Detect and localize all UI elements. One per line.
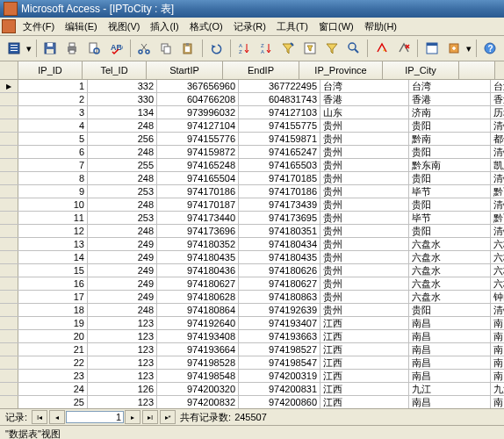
table-row[interactable]: 25123974200832974200860江西南昌南昌: [0, 396, 504, 408]
row-selector[interactable]: [0, 396, 18, 408]
cell[interactable]: 974180863: [239, 291, 320, 303]
table-row[interactable]: 17249974180628974180863贵州六盘水钟山: [0, 291, 504, 304]
menu-file[interactable]: 文件(F): [18, 18, 60, 35]
menu-edit[interactable]: 编辑(E): [60, 18, 103, 35]
cell[interactable]: 974200831: [239, 383, 320, 395]
cell[interactable]: 973996032: [157, 106, 239, 119]
cell[interactable]: 974165503: [239, 159, 320, 171]
toggle-filter-button[interactable]: [321, 38, 342, 59]
cell[interactable]: 974155775: [239, 119, 320, 132]
row-selector[interactable]: [0, 317, 18, 329]
menu-records[interactable]: 记录(R): [228, 18, 271, 35]
cell[interactable]: 贵州: [320, 225, 409, 237]
table-row[interactable]: 8248974165504974170185贵州贵阳清镇: [0, 172, 504, 185]
cell[interactable]: 台湾: [320, 80, 409, 92]
cell[interactable]: 贵阳: [409, 172, 491, 184]
cell[interactable]: 974165247: [239, 146, 320, 158]
row-selector[interactable]: [0, 251, 18, 263]
cell[interactable]: 六盘水: [409, 264, 491, 277]
cell[interactable]: 974155776: [157, 133, 239, 145]
row-selector[interactable]: [0, 383, 18, 395]
cell[interactable]: 南昌: [491, 370, 504, 382]
table-row[interactable]: 13249974180352974180434贵州六盘水六枝特: [0, 238, 504, 251]
table-row[interactable]: 5256974155776974159871贵州黔南都匀: [0, 133, 504, 146]
cell[interactable]: 123: [88, 343, 157, 356]
menu-window[interactable]: 窗口(W): [313, 18, 359, 35]
cell[interactable]: 974180627: [157, 277, 239, 290]
table-row[interactable]: 9253974170186974170186贵州毕节黔西: [0, 185, 504, 198]
cell[interactable]: 江西: [320, 383, 409, 395]
db-window-button[interactable]: [421, 38, 442, 59]
col-header-province[interactable]: IP_Province: [299, 61, 383, 79]
cell[interactable]: 974170187: [157, 198, 239, 211]
cell[interactable]: 974200860: [239, 396, 320, 408]
cell[interactable]: 974180628: [157, 291, 239, 303]
cell[interactable]: 台湾: [409, 80, 491, 92]
row-selector[interactable]: [0, 212, 18, 224]
cell[interactable]: 23: [18, 370, 88, 382]
cell[interactable]: 南昌: [491, 356, 504, 369]
menu-view[interactable]: 视图(V): [103, 18, 146, 35]
row-selector[interactable]: [0, 80, 18, 92]
cell[interactable]: 1: [18, 80, 88, 92]
menu-tools[interactable]: 工具(T): [271, 18, 313, 35]
cell[interactable]: 贵州: [320, 291, 409, 303]
spellcheck-button[interactable]: ABC: [106, 38, 126, 59]
cell[interactable]: 248: [88, 119, 157, 132]
cell[interactable]: 974200832: [157, 396, 239, 408]
cell[interactable]: 江西: [320, 396, 409, 408]
col-header-endip[interactable]: EndIP: [223, 61, 299, 79]
cell[interactable]: 604766208: [157, 93, 239, 105]
nav-prev-button[interactable]: ◂: [49, 410, 65, 424]
cell[interactable]: 123: [88, 317, 157, 329]
cell[interactable]: 贵州: [320, 185, 409, 198]
cell[interactable]: 六枝特: [491, 277, 504, 290]
cell[interactable]: 974170185: [239, 172, 320, 184]
row-selector[interactable]: [0, 119, 18, 132]
cell[interactable]: 248: [88, 146, 157, 158]
row-selector[interactable]: [0, 291, 18, 303]
cell[interactable]: 江西: [320, 356, 409, 369]
cell[interactable]: 南昌: [491, 343, 504, 356]
cell[interactable]: 253: [88, 185, 157, 198]
cell[interactable]: 974173439: [239, 198, 320, 211]
cell[interactable]: 7: [18, 159, 88, 171]
cell[interactable]: 974180435: [239, 251, 320, 263]
cell[interactable]: 江西: [320, 317, 409, 329]
filter-form-button[interactable]: [299, 38, 320, 59]
col-header-ipid[interactable]: IP_ID: [18, 61, 83, 79]
cell[interactable]: 12: [18, 225, 88, 237]
cell[interactable]: 974198548: [157, 370, 239, 382]
nav-first-button[interactable]: I◂: [32, 410, 47, 424]
cell[interactable]: 香港: [320, 93, 409, 105]
cell[interactable]: 974173695: [239, 212, 320, 224]
col-header-startip[interactable]: StartIP: [147, 61, 223, 79]
save-button[interactable]: [40, 38, 61, 59]
cell[interactable]: 南昌: [409, 330, 491, 342]
sort-desc-button[interactable]: ZA: [256, 38, 276, 59]
cell[interactable]: 249: [88, 238, 157, 250]
view-button[interactable]: [4, 38, 24, 59]
cell[interactable]: 六盘水: [409, 291, 491, 303]
cell[interactable]: 毕节: [409, 212, 491, 224]
cell[interactable]: 123: [88, 356, 157, 369]
table-row[interactable]: 6248974159872974165247贵州贵阳清镇: [0, 146, 504, 159]
cell[interactable]: 贵州: [320, 119, 409, 132]
cell[interactable]: 六盘水: [409, 251, 491, 263]
row-selector[interactable]: [0, 133, 18, 145]
cell[interactable]: 367656960: [157, 80, 239, 92]
cell[interactable]: 六盘水: [409, 238, 491, 250]
cell[interactable]: 济南: [409, 106, 491, 119]
cell[interactable]: 南昌: [409, 396, 491, 408]
cell[interactable]: 贵州: [320, 146, 409, 158]
row-selector[interactable]: [0, 277, 18, 290]
cell[interactable]: 974170186: [239, 185, 320, 198]
cell[interactable]: 123: [88, 396, 157, 408]
cell[interactable]: 南昌: [491, 396, 504, 408]
cell[interactable]: 248: [88, 225, 157, 237]
cell[interactable]: 贵阳: [409, 304, 491, 316]
row-selector[interactable]: [0, 146, 18, 158]
cell[interactable]: 南昌: [409, 343, 491, 356]
cell[interactable]: 16: [18, 277, 88, 290]
cell[interactable]: 19: [18, 317, 88, 329]
